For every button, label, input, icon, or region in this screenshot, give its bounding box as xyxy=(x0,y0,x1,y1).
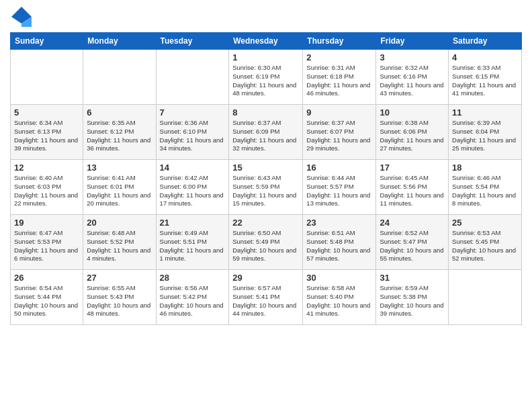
calendar-cell: 26Sunrise: 6:54 AM Sunset: 5:44 PM Dayli… xyxy=(11,270,83,325)
calendar-cell: 10Sunrise: 6:38 AM Sunset: 6:06 PM Dayli… xyxy=(376,105,449,160)
day-info: Sunrise: 6:30 AM Sunset: 6:19 PM Dayligh… xyxy=(232,64,299,98)
calendar-cell: 22Sunrise: 6:50 AM Sunset: 5:49 PM Dayli… xyxy=(229,215,303,270)
day-number: 28 xyxy=(160,273,226,283)
day-number: 12 xyxy=(14,163,79,173)
day-number: 26 xyxy=(14,273,79,283)
day-number: 20 xyxy=(87,218,152,228)
calendar-week-2: 5Sunrise: 6:34 AM Sunset: 6:13 PM Daylig… xyxy=(11,105,522,160)
day-info: Sunrise: 6:48 AM Sunset: 5:52 PM Dayligh… xyxy=(87,229,152,263)
day-info: Sunrise: 6:42 AM Sunset: 6:00 PM Dayligh… xyxy=(160,174,226,208)
calendar-cell: 25Sunrise: 6:53 AM Sunset: 5:45 PM Dayli… xyxy=(449,215,522,270)
day-info: Sunrise: 6:47 AM Sunset: 5:53 PM Dayligh… xyxy=(14,229,79,263)
calendar-cell: 18Sunrise: 6:46 AM Sunset: 5:54 PM Dayli… xyxy=(449,160,522,215)
weekday-header-row: Sunday Monday Tuesday Wednesday Thursday… xyxy=(11,33,522,50)
page-header xyxy=(10,7,522,27)
calendar-cell: 6Sunrise: 6:35 AM Sunset: 6:12 PM Daylig… xyxy=(83,105,156,160)
day-number: 1 xyxy=(232,52,299,62)
logo-icon xyxy=(11,7,32,27)
calendar-week-1: 1Sunrise: 6:30 AM Sunset: 6:19 PM Daylig… xyxy=(11,50,522,105)
header-thursday: Thursday xyxy=(303,33,376,50)
day-number: 4 xyxy=(452,52,518,62)
calendar-cell: 17Sunrise: 6:45 AM Sunset: 5:56 PM Dayli… xyxy=(376,160,449,215)
day-number: 30 xyxy=(306,273,372,283)
page-container: Sunday Monday Tuesday Wednesday Thursday… xyxy=(0,0,532,332)
calendar-cell: 28Sunrise: 6:56 AM Sunset: 5:42 PM Dayli… xyxy=(156,270,229,325)
calendar-cell: 21Sunrise: 6:49 AM Sunset: 5:51 PM Dayli… xyxy=(156,215,229,270)
day-number: 15 xyxy=(232,163,299,173)
day-number: 14 xyxy=(160,163,226,173)
calendar-table: Sunday Monday Tuesday Wednesday Thursday… xyxy=(10,32,522,325)
day-info: Sunrise: 6:44 AM Sunset: 5:57 PM Dayligh… xyxy=(306,174,372,208)
day-number: 16 xyxy=(306,163,372,173)
header-sunday: Sunday xyxy=(11,33,83,50)
calendar-week-4: 19Sunrise: 6:47 AM Sunset: 5:53 PM Dayli… xyxy=(11,215,522,270)
day-number: 19 xyxy=(14,218,79,228)
calendar-cell: 1Sunrise: 6:30 AM Sunset: 6:19 PM Daylig… xyxy=(229,50,303,105)
calendar-cell xyxy=(11,50,83,105)
header-wednesday: Wednesday xyxy=(229,33,303,50)
calendar-cell: 14Sunrise: 6:42 AM Sunset: 6:00 PM Dayli… xyxy=(156,160,229,215)
day-number: 5 xyxy=(14,107,79,118)
day-info: Sunrise: 6:33 AM Sunset: 6:15 PM Dayligh… xyxy=(452,64,518,98)
day-info: Sunrise: 6:41 AM Sunset: 6:01 PM Dayligh… xyxy=(87,174,152,208)
calendar-cell xyxy=(449,270,522,325)
day-number: 10 xyxy=(380,107,445,118)
day-info: Sunrise: 6:49 AM Sunset: 5:51 PM Dayligh… xyxy=(160,229,226,263)
day-number: 8 xyxy=(232,107,299,118)
calendar-cell: 11Sunrise: 6:39 AM Sunset: 6:04 PM Dayli… xyxy=(449,105,522,160)
calendar-cell: 2Sunrise: 6:31 AM Sunset: 6:18 PM Daylig… xyxy=(303,50,376,105)
day-number: 29 xyxy=(232,273,299,283)
calendar-cell: 20Sunrise: 6:48 AM Sunset: 5:52 PM Dayli… xyxy=(83,215,156,270)
calendar-week-5: 26Sunrise: 6:54 AM Sunset: 5:44 PM Dayli… xyxy=(11,270,522,325)
day-number: 13 xyxy=(87,163,152,173)
day-number: 7 xyxy=(160,107,226,118)
day-number: 21 xyxy=(160,218,226,228)
day-info: Sunrise: 6:31 AM Sunset: 6:18 PM Dayligh… xyxy=(306,64,372,98)
calendar-cell: 12Sunrise: 6:40 AM Sunset: 6:03 PM Dayli… xyxy=(11,160,83,215)
calendar-cell: 9Sunrise: 6:37 AM Sunset: 6:07 PM Daylig… xyxy=(303,105,376,160)
calendar-week-3: 12Sunrise: 6:40 AM Sunset: 6:03 PM Dayli… xyxy=(11,160,522,215)
day-info: Sunrise: 6:46 AM Sunset: 5:54 PM Dayligh… xyxy=(452,174,518,208)
calendar-cell: 27Sunrise: 6:55 AM Sunset: 5:43 PM Dayli… xyxy=(83,270,156,325)
day-number: 9 xyxy=(306,107,372,118)
calendar-cell: 31Sunrise: 6:59 AM Sunset: 5:38 PM Dayli… xyxy=(376,270,449,325)
day-info: Sunrise: 6:38 AM Sunset: 6:06 PM Dayligh… xyxy=(380,119,445,153)
day-info: Sunrise: 6:58 AM Sunset: 5:40 PM Dayligh… xyxy=(306,284,372,318)
day-info: Sunrise: 6:39 AM Sunset: 6:04 PM Dayligh… xyxy=(452,119,518,153)
calendar-cell: 8Sunrise: 6:37 AM Sunset: 6:09 PM Daylig… xyxy=(229,105,303,160)
day-info: Sunrise: 6:52 AM Sunset: 5:47 PM Dayligh… xyxy=(380,229,445,263)
calendar-cell: 29Sunrise: 6:57 AM Sunset: 5:41 PM Dayli… xyxy=(229,270,303,325)
calendar-cell: 19Sunrise: 6:47 AM Sunset: 5:53 PM Dayli… xyxy=(11,215,83,270)
header-friday: Friday xyxy=(376,33,449,50)
header-monday: Monday xyxy=(83,33,156,50)
day-info: Sunrise: 6:40 AM Sunset: 6:03 PM Dayligh… xyxy=(14,174,79,208)
day-number: 2 xyxy=(306,52,372,62)
day-info: Sunrise: 6:56 AM Sunset: 5:42 PM Dayligh… xyxy=(160,284,226,318)
day-info: Sunrise: 6:57 AM Sunset: 5:41 PM Dayligh… xyxy=(232,284,299,318)
day-info: Sunrise: 6:37 AM Sunset: 6:07 PM Dayligh… xyxy=(306,119,372,153)
header-saturday: Saturday xyxy=(449,33,522,50)
day-info: Sunrise: 6:45 AM Sunset: 5:56 PM Dayligh… xyxy=(380,174,445,208)
day-info: Sunrise: 6:51 AM Sunset: 5:48 PM Dayligh… xyxy=(306,229,372,263)
calendar-cell: 16Sunrise: 6:44 AM Sunset: 5:57 PM Dayli… xyxy=(303,160,376,215)
calendar-cell xyxy=(83,50,156,105)
day-number: 24 xyxy=(380,218,445,228)
header-tuesday: Tuesday xyxy=(156,33,229,50)
calendar-cell xyxy=(156,50,229,105)
calendar-cell: 5Sunrise: 6:34 AM Sunset: 6:13 PM Daylig… xyxy=(11,105,83,160)
logo xyxy=(10,7,32,27)
calendar-cell: 4Sunrise: 6:33 AM Sunset: 6:15 PM Daylig… xyxy=(449,50,522,105)
day-number: 23 xyxy=(306,218,372,228)
day-number: 11 xyxy=(452,107,518,118)
day-number: 3 xyxy=(380,52,445,62)
calendar-cell: 13Sunrise: 6:41 AM Sunset: 6:01 PM Dayli… xyxy=(83,160,156,215)
day-number: 17 xyxy=(380,163,445,173)
day-info: Sunrise: 6:59 AM Sunset: 5:38 PM Dayligh… xyxy=(380,284,445,318)
day-info: Sunrise: 6:36 AM Sunset: 6:10 PM Dayligh… xyxy=(160,119,226,153)
calendar-cell: 7Sunrise: 6:36 AM Sunset: 6:10 PM Daylig… xyxy=(156,105,229,160)
day-info: Sunrise: 6:50 AM Sunset: 5:49 PM Dayligh… xyxy=(232,229,299,263)
day-info: Sunrise: 6:55 AM Sunset: 5:43 PM Dayligh… xyxy=(87,284,152,318)
day-info: Sunrise: 6:34 AM Sunset: 6:13 PM Dayligh… xyxy=(14,119,79,153)
calendar-cell: 30Sunrise: 6:58 AM Sunset: 5:40 PM Dayli… xyxy=(303,270,376,325)
calendar-cell: 15Sunrise: 6:43 AM Sunset: 5:59 PM Dayli… xyxy=(229,160,303,215)
